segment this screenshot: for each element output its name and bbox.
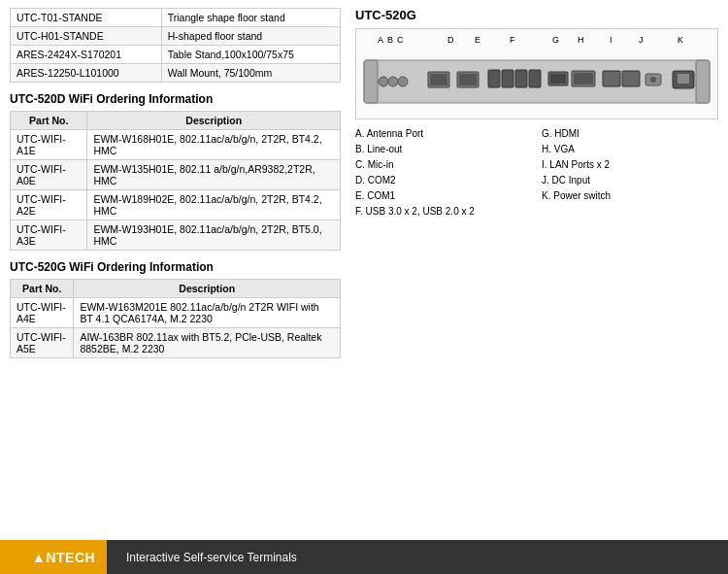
wifi-520g-table: Part No. Description UTC-WIFI-A4E EWM-W1… bbox=[10, 279, 341, 358]
footer: AD▲NTECH Interactive Self-service Termin… bbox=[0, 540, 728, 574]
table-row: UTC-WIFI-A1E EWM-W168H01E, 802.11ac/a/b/… bbox=[11, 130, 341, 160]
part-cell: UTC-H01-STANDE bbox=[11, 27, 162, 46]
legend-item-h: H. VGA bbox=[542, 143, 718, 156]
table-row: UTC-H01-STANDE H-shaped floor stand bbox=[11, 27, 341, 46]
part-cell: UTC-WIFI-A5E bbox=[11, 328, 74, 358]
table-row: UTC-WIFI-A5E AIW-163BR 802.11ax with BT5… bbox=[11, 328, 341, 358]
label-i: I bbox=[610, 35, 612, 45]
table-row: ARES-12250-L101000 Wall Mount, 75/100mm bbox=[11, 64, 341, 83]
desc-cell: EWM-W189H02E, 802.11ac/a/b/g/n, 2T2R, BT… bbox=[87, 190, 341, 220]
label-h: H bbox=[578, 35, 584, 45]
desc-cell: EWM-W163M201E 802.11ac/a/b/g/n 2T2R WIFI… bbox=[74, 298, 341, 328]
part-cell: UTC-WIFI-A0E bbox=[11, 160, 87, 190]
svg-point-3 bbox=[379, 77, 388, 86]
svg-rect-23 bbox=[678, 74, 689, 84]
svg-rect-15 bbox=[550, 74, 566, 84]
part-cell: UTC-WIFI-A1E bbox=[11, 130, 87, 160]
footer-tagline: Interactive Self-service Terminals bbox=[107, 551, 297, 564]
part-cell: UTC-WIFI-A3E bbox=[11, 220, 87, 251]
legend-item-d: D. COM2 bbox=[355, 174, 532, 187]
legend-item-f: F. USB 3.0 x 2, USB 2.0 x 2 bbox=[355, 205, 532, 219]
label-k: K bbox=[678, 35, 683, 45]
diagram-container: A B C D E F G H I J K bbox=[355, 28, 718, 119]
svg-rect-9 bbox=[459, 74, 477, 85]
diagram-title: UTC-520G bbox=[355, 8, 718, 22]
table-row: UTC-WIFI-A4E EWM-W163M201E 802.11ac/a/b/… bbox=[11, 298, 341, 328]
label-d: D bbox=[447, 35, 454, 45]
part-cell: UTC-T01-STANDE bbox=[11, 9, 162, 27]
desc-cell: Wall Mount, 75/100mm bbox=[161, 64, 340, 83]
footer-logo: AD▲NTECH bbox=[0, 540, 107, 574]
wifi-520g-title: UTC-520G WiFi Ordering Information bbox=[10, 260, 341, 274]
table-row: UTC-WIFI-A2E EWM-W189H02E, 802.11ac/a/b/… bbox=[11, 190, 341, 220]
legend-item-b: B. Line-out bbox=[355, 143, 532, 156]
legend-item-e: E. COM1 bbox=[355, 189, 532, 203]
svg-rect-19 bbox=[622, 71, 640, 86]
svg-rect-7 bbox=[430, 74, 447, 85]
label-a: A bbox=[378, 35, 383, 45]
desc-cell: H-shaped floor stand bbox=[161, 27, 340, 46]
svg-rect-17 bbox=[574, 73, 593, 84]
desc-cell: Triangle shape floor stand bbox=[161, 9, 340, 27]
part-cell: UTC-WIFI-A2E bbox=[11, 190, 87, 220]
legend-item-j: J. DC Input bbox=[542, 174, 718, 187]
table-row: ARES-2424X-S170201 Table Stand,100x100/7… bbox=[11, 46, 341, 64]
table-row: UTC-WIFI-A0E EWM-W135H01E, 802.11 a/b/g/… bbox=[11, 160, 341, 190]
desc-cell: EWM-W168H01E, 802.11ac/a/b/g/n, 2T2R, BT… bbox=[87, 130, 341, 160]
legend-item-a: A. Antenna Port bbox=[355, 127, 532, 141]
label-f: F bbox=[510, 35, 515, 45]
legend-item-c: C. Mic-in bbox=[355, 158, 532, 172]
label-g: G bbox=[552, 35, 559, 45]
svg-rect-2 bbox=[696, 60, 710, 103]
right-panel: UTC-520G A B C D E F G H I J K bbox=[350, 8, 718, 368]
svg-point-5 bbox=[398, 77, 408, 86]
label-j: J bbox=[639, 35, 644, 45]
part-cell: UTC-WIFI-A4E bbox=[11, 298, 74, 328]
label-e: E bbox=[475, 35, 480, 45]
table-header-row: Part No. Description bbox=[11, 112, 341, 130]
legend-item-g: G. HDMI bbox=[542, 127, 718, 141]
table-header-row: Part No. Description bbox=[11, 280, 341, 298]
desc-cell: Table Stand,100x100/75x75 bbox=[161, 46, 340, 64]
svg-point-21 bbox=[650, 77, 656, 83]
legend-item-i: I. LAN Ports x 2 bbox=[542, 158, 718, 172]
svg-rect-12 bbox=[515, 70, 527, 87]
wifi-520d-title: UTC-520D WiFi Ordering Information bbox=[10, 92, 341, 106]
logo-text: AD▲NTECH bbox=[12, 550, 95, 565]
left-panel: UTC-T01-STANDE Triangle shape floor stan… bbox=[10, 8, 350, 368]
col-part: Part No. bbox=[11, 280, 74, 298]
svg-rect-18 bbox=[603, 71, 620, 86]
legend-item-k: K. Power switch bbox=[542, 189, 718, 203]
label-c: C bbox=[397, 35, 404, 45]
table-row: UTC-T01-STANDE Triangle shape floor stan… bbox=[11, 9, 341, 27]
stand-table: UTC-T01-STANDE Triangle shape floor stan… bbox=[10, 8, 341, 83]
svg-rect-11 bbox=[502, 70, 513, 87]
col-desc: Description bbox=[87, 112, 341, 130]
col-desc: Description bbox=[74, 280, 341, 298]
desc-cell: EWM-W193H01E, 802.11ac/a/b/g/n, 2T2R, BT… bbox=[87, 220, 341, 251]
col-part: Part No. bbox=[11, 112, 87, 130]
svg-rect-13 bbox=[529, 70, 541, 87]
legend-col-1: A. Antenna Port B. Line-out C. Mic-in D.… bbox=[355, 127, 532, 220]
legend: A. Antenna Port B. Line-out C. Mic-in D.… bbox=[355, 127, 718, 220]
desc-cell: EWM-W135H01E, 802.11 a/b/g/n,AR9382,2T2R… bbox=[87, 160, 341, 190]
main-content: UTC-T01-STANDE Triangle shape floor stan… bbox=[0, 0, 728, 378]
part-cell: ARES-12250-L101000 bbox=[11, 64, 162, 83]
table-row: UTC-WIFI-A3E EWM-W193H01E, 802.11ac/a/b/… bbox=[11, 220, 341, 251]
wifi-520d-table: Part No. Description UTC-WIFI-A1E EWM-W1… bbox=[10, 111, 341, 251]
svg-rect-10 bbox=[488, 70, 500, 87]
svg-point-4 bbox=[388, 77, 398, 86]
svg-rect-1 bbox=[364, 60, 378, 103]
label-b: B bbox=[387, 35, 393, 45]
part-cell: ARES-2424X-S170201 bbox=[11, 46, 162, 64]
panel-diagram bbox=[362, 52, 711, 111]
desc-cell: AIW-163BR 802.11ax with BT5.2, PCle-USB,… bbox=[74, 328, 341, 358]
legend-col-2: G. HDMI H. VGA I. LAN Ports x 2 J. DC In… bbox=[542, 127, 718, 220]
